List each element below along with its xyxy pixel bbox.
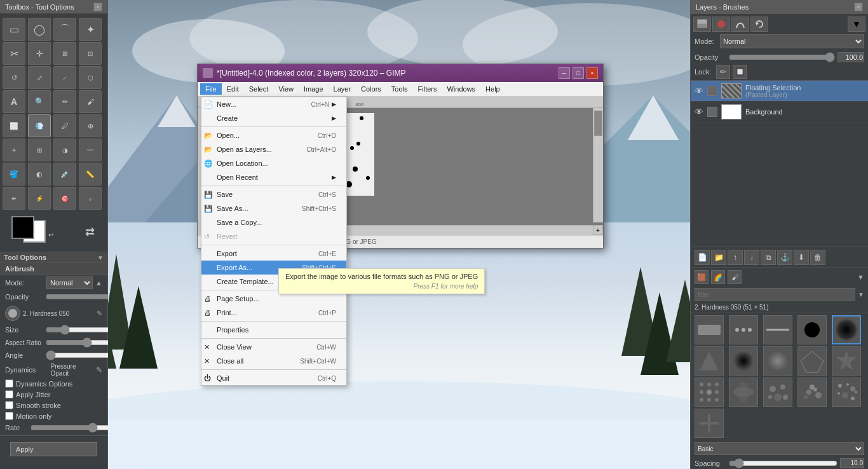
- brush-cell-3[interactable]: [763, 315, 792, 344]
- menu-tools[interactable]: Tools: [386, 83, 413, 95]
- reset-colors-button[interactable]: ↩: [48, 231, 53, 238]
- foreground-color-swatch[interactable]: [11, 216, 34, 239]
- lower-layer-button[interactable]: ↓: [744, 250, 759, 265]
- spacing-slider[interactable]: [729, 459, 837, 468]
- bucket-fill-tool[interactable]: 🪣: [3, 163, 25, 186]
- brush-brushes-tab[interactable]: 🖌: [728, 270, 742, 284]
- apply-jitter-label[interactable]: Apply Jitter: [16, 391, 50, 398]
- menu-item-properties[interactable]: Properties: [201, 323, 346, 337]
- menu-select[interactable]: Select: [244, 83, 274, 95]
- brush-edit-button[interactable]: ✎: [97, 309, 102, 318]
- brush-cell-5[interactable]: [832, 315, 861, 344]
- motion-only-label[interactable]: Motion only: [16, 412, 51, 420]
- perspective-clone-tool[interactable]: ⊞: [28, 139, 51, 161]
- brush-cell-6[interactable]: [695, 346, 724, 376]
- mode-up-arrow[interactable]: ▲: [95, 279, 102, 287]
- new-selection-tool[interactable]: ▭: [3, 18, 25, 41]
- new-layer-button[interactable]: 📄: [695, 250, 710, 265]
- layers-mode-select[interactable]: Normal: [720, 34, 864, 48]
- layers-tab-paths[interactable]: [731, 17, 749, 32]
- brush-cell-8[interactable]: [763, 346, 792, 376]
- brush-cell-2[interactable]: [729, 315, 758, 344]
- motion-only-checkbox[interactable]: [5, 412, 13, 420]
- menu-item-save-as[interactable]: 💾 Save As... Shift+Ctrl+S: [201, 201, 346, 215]
- menu-windows[interactable]: Windows: [442, 83, 480, 95]
- brush-cell-9[interactable]: [797, 346, 827, 376]
- menu-item-open-recent[interactable]: Open Recent ▶: [201, 170, 346, 184]
- free-select-tool[interactable]: ⌒: [53, 18, 76, 41]
- dodge-burn-tool[interactable]: ◑: [53, 139, 76, 161]
- fuzzy-select-tool[interactable]: ✦: [79, 18, 102, 41]
- menu-item-open-location[interactable]: 🌐 Open Location...: [201, 156, 346, 170]
- spacing-value[interactable]: [840, 458, 864, 468]
- shear-tool[interactable]: ⟋: [53, 66, 76, 89]
- menu-item-save[interactable]: 💾 Save Ctrl+S: [201, 187, 346, 201]
- minimize-button[interactable]: ─: [559, 67, 570, 79]
- smooth-stroke-checkbox[interactable]: [5, 401, 13, 409]
- alignment-tool[interactable]: ⊞: [53, 42, 76, 65]
- dynamics-options-label[interactable]: Dynamics Options: [16, 380, 72, 388]
- layers-expand-button[interactable]: ▼: [848, 17, 865, 32]
- ink-tool[interactable]: 🖊: [53, 114, 76, 137]
- scale-tool[interactable]: ⤢: [28, 66, 51, 89]
- menu-item-close-all[interactable]: ✕ Close all Shift+Ctrl+W: [201, 354, 346, 368]
- menu-item-create[interactable]: Create ▶: [201, 111, 346, 125]
- foreground-select-tool[interactable]: ⬦: [79, 187, 102, 210]
- text-tool[interactable]: A: [3, 90, 25, 113]
- perspective-tool[interactable]: ⬡: [79, 66, 102, 89]
- brush-filter-input[interactable]: [695, 288, 855, 301]
- pencil-tool[interactable]: ✏: [53, 90, 76, 113]
- move-tool[interactable]: ✛: [28, 42, 51, 65]
- menu-item-close-view[interactable]: ✕ Close View Ctrl+W: [201, 340, 346, 354]
- measure-tool[interactable]: 📏: [79, 163, 102, 186]
- duplicate-layer-button[interactable]: ⧉: [761, 250, 776, 265]
- merge-layer-button[interactable]: ⬇: [794, 250, 809, 265]
- scissors-tool[interactable]: ✂: [3, 42, 25, 65]
- layers-tab-channels[interactable]: [712, 17, 730, 32]
- layers-tab-layers[interactable]: [693, 17, 711, 32]
- layer-floating-selection[interactable]: 👁 Floating Selection (Pasted Layer): [691, 81, 868, 102]
- new-layer-group-button[interactable]: 📁: [711, 250, 726, 265]
- vscroll-thumb[interactable]: [594, 111, 602, 136]
- brush-cell-add[interactable]: [695, 409, 724, 438]
- smudge-tool[interactable]: 〰: [79, 139, 102, 161]
- lock-pixels-button[interactable]: ✏: [716, 65, 730, 79]
- ellipse-selection-tool[interactable]: ◯: [28, 18, 51, 41]
- floating-layer-chain[interactable]: [707, 86, 717, 96]
- menu-file[interactable]: File: [200, 83, 222, 95]
- delete-layer-button[interactable]: 🗑: [810, 250, 825, 265]
- menu-help[interactable]: Help: [480, 83, 505, 95]
- eraser-tool[interactable]: ⬜: [3, 114, 25, 137]
- clone-tool[interactable]: ⊕: [79, 114, 102, 137]
- brush-cell-4[interactable]: [797, 315, 827, 344]
- magnify-tool[interactable]: 🔍: [28, 90, 51, 113]
- floating-layer-visibility[interactable]: 👁: [695, 86, 703, 96]
- brushes-panel-expand[interactable]: ▼: [857, 273, 864, 281]
- layers-panel-close[interactable]: ×: [854, 3, 863, 11]
- rotate-tool[interactable]: ↺: [3, 66, 25, 89]
- anchor-layer-button[interactable]: ⚓: [777, 250, 792, 265]
- brush-cell-15[interactable]: [832, 377, 861, 407]
- dynamics-edit[interactable]: ✎: [96, 365, 102, 374]
- menu-layer[interactable]: Layer: [329, 83, 356, 95]
- toolbox-close-button[interactable]: ×: [93, 3, 102, 11]
- brush-tag-select[interactable]: Basic: [695, 442, 864, 455]
- select-by-color-tool[interactable]: 🎯: [53, 187, 76, 210]
- menu-item-open-layers[interactable]: 📂 Open as Layers... Ctrl+Alt+O: [201, 142, 346, 156]
- menu-filters[interactable]: Filters: [413, 83, 442, 95]
- menu-image[interactable]: Image: [299, 83, 329, 95]
- layers-opacity-slider[interactable]: [729, 52, 835, 62]
- layers-opacity-value[interactable]: [837, 52, 864, 62]
- layers-expand-icon[interactable]: ▼: [848, 17, 865, 32]
- tool-options-collapse[interactable]: ▼: [97, 254, 104, 261]
- airbrush-tool[interactable]: 💨: [28, 114, 51, 137]
- swap-colors-button[interactable]: ⇄: [85, 225, 95, 239]
- crop-tool[interactable]: ⊡: [79, 42, 102, 65]
- brush-cell-11[interactable]: [695, 377, 724, 407]
- apply-button[interactable]: Apply: [10, 442, 97, 456]
- canvas-vertical-scrollbar[interactable]: [593, 108, 603, 222]
- menu-item-print[interactable]: 🖨 Print... Ctrl+P: [201, 306, 346, 320]
- brush-cell-14[interactable]: [797, 377, 827, 407]
- maximize-button[interactable]: □: [573, 67, 584, 79]
- brush-cell-12[interactable]: [729, 377, 758, 407]
